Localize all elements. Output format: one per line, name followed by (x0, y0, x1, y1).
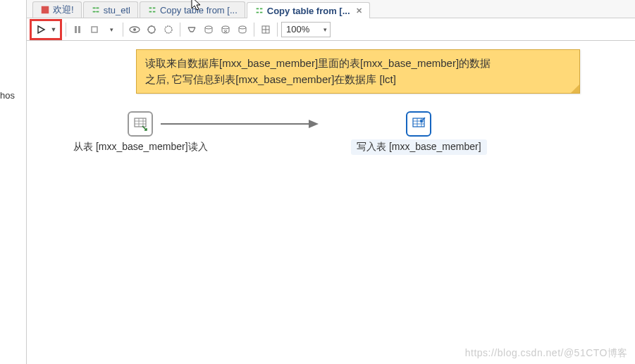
debug-step-button[interactable] (161, 22, 176, 37)
hop-arrow[interactable] (161, 123, 309, 125)
transformation-canvas[interactable]: 读取来自数据库[mxx_base_member]里面的表[mxx_base_me… (27, 41, 635, 364)
svg-rect-1 (75, 26, 77, 33)
transformation-toolbar: ▼ ▾ (27, 18, 635, 41)
pause-button[interactable] (70, 22, 85, 37)
trans-icon (254, 6, 264, 15)
trans-icon (147, 5, 157, 15)
db-sync-button[interactable] (235, 22, 250, 37)
preview-button[interactable] (127, 22, 142, 37)
run-button[interactable] (33, 22, 49, 37)
chevron-down-icon: ▾ (110, 26, 113, 33)
run-button-highlight: ▼ (30, 19, 62, 40)
sql-button[interactable] (184, 22, 199, 37)
arrow-head-icon (309, 120, 319, 128)
stop-button[interactable] (87, 22, 102, 37)
step-target-label: 写入表 [mxx_base_member] (351, 139, 487, 155)
welcome-icon (40, 5, 50, 15)
tab-copy-table-2[interactable]: Copy table from [... ✕ (247, 2, 370, 18)
svg-point-8 (205, 26, 212, 29)
watermark: https://blog.csdn.net/@51CTO博客 (465, 347, 628, 360)
svg-rect-0 (42, 6, 49, 14)
table-output-icon (406, 111, 431, 137)
left-panel-truncated-text: hos (0, 90, 15, 101)
svg-point-5 (133, 28, 136, 31)
chevron-down-icon: ▼ (51, 26, 57, 33)
tab-copy-table-1[interactable]: Copy table from [... (140, 1, 245, 18)
svg-rect-2 (78, 26, 80, 33)
step-source[interactable]: 从表 [mxx_base_member]读入 (68, 111, 214, 155)
zoom-selector[interactable]: 100% ▾ (281, 22, 331, 37)
svg-point-9 (222, 26, 229, 29)
tab-welcome[interactable]: 欢迎! (32, 1, 82, 18)
tab-label: Copy table from [... (267, 6, 350, 16)
table-input-icon (128, 111, 153, 137)
canvas-note[interactable]: 读取来自数据库[mxx_base_member]里面的表[mxx_base_me… (136, 49, 580, 94)
chevron-down-icon: ▾ (323, 26, 327, 33)
grid-toggle-button[interactable] (258, 22, 273, 37)
separator (277, 23, 278, 37)
separator (254, 23, 254, 37)
svg-point-10 (239, 26, 246, 29)
svg-point-7 (165, 26, 172, 33)
run-options-2[interactable]: ▾ (104, 22, 119, 37)
trans-icon (91, 5, 101, 15)
db-clean-button[interactable] (218, 22, 233, 37)
tab-label: Copy table from [... (160, 5, 238, 15)
left-panel: hos (0, 0, 27, 364)
run-options-button[interactable]: ▼ (49, 22, 58, 37)
close-icon[interactable]: ✕ (356, 6, 362, 15)
separator (123, 23, 123, 37)
step-target[interactable]: 写入表 [mxx_base_member] (351, 111, 487, 155)
step-source-label: 从表 [mxx_base_member]读入 (68, 139, 214, 155)
zoom-value: 100% (286, 24, 309, 34)
tab-label: stu_etl (104, 5, 130, 15)
note-line-2: 之后, 它写信息到表[mxx_base_member]在数据库 [lct] (145, 72, 571, 88)
debug-button[interactable] (144, 22, 159, 37)
svg-rect-3 (92, 27, 97, 32)
editor-tabs: 欢迎! stu_etl Copy table from [... Copy ta… (27, 0, 635, 18)
tab-stu-etl[interactable]: stu_etl (83, 1, 138, 18)
svg-rect-12 (135, 118, 146, 127)
tab-label: 欢迎! (53, 4, 74, 16)
separator (180, 23, 180, 37)
separator (66, 23, 66, 37)
note-line-1: 读取来自数据库[mxx_base_member]里面的表[mxx_base_me… (145, 56, 571, 72)
db-explore-button[interactable] (201, 22, 216, 37)
